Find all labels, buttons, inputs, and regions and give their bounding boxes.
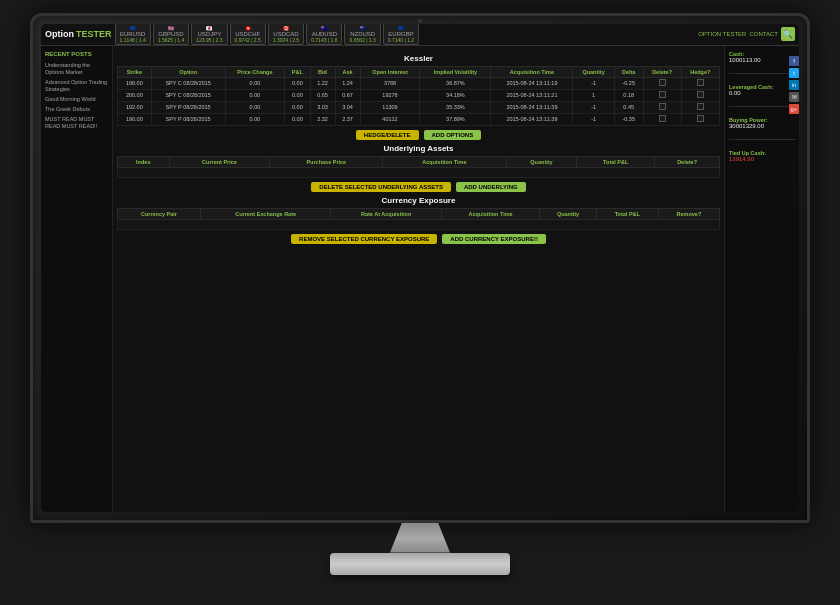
col-delete: Delete?: [643, 66, 681, 77]
twitter-icon[interactable]: t: [789, 68, 799, 78]
currency-empty-row: [118, 219, 720, 229]
col-index: Index: [118, 156, 170, 167]
divider-1: [729, 73, 795, 74]
underlying-buttons: DELETE SELECTED UNDERLYING ASSETS ADD UN…: [117, 182, 720, 192]
delete-checkbox-3[interactable]: [659, 103, 666, 110]
col-implied-vol: Implied Volatility: [420, 66, 491, 77]
tied-cash-section: Tied Up Cash: 13914.90: [729, 150, 795, 162]
delete-checkbox-1[interactable]: [659, 79, 666, 86]
cash-section: Cash: 1000113.00: [729, 51, 795, 63]
nav-tab-audusd[interactable]: 🇦🇺 AUDUSD 0.7143 | 1.6: [306, 24, 342, 46]
col-purchase-price: Purchase Price: [270, 156, 383, 167]
delete-underlying-button[interactable]: DELETE SELECTED UNDERLYING ASSETS: [311, 182, 451, 192]
col-acq-time: Acquisition Time: [491, 66, 573, 77]
logo-area: OptionTESTER: [45, 29, 112, 39]
search-button[interactable]: 🔍: [781, 27, 795, 41]
screen-content: OptionTESTER 🇪🇺 EURUSD 1.1148 | 1.4 🇬🇧 G…: [41, 24, 799, 512]
col-total-pnl-c: Total P&L: [596, 208, 658, 219]
main-layout: RECENT POSTS Understanding the Options M…: [41, 46, 799, 512]
kessler-row-4: 190.00 SPY P 08/28/2015 0.00 0.00 2.32 2…: [118, 113, 720, 125]
monitor-bezel: OptionTESTER 🇪🇺 EURUSD 1.1148 | 1.4 🇬🇧 G…: [30, 13, 810, 523]
google-plus-icon[interactable]: g+: [789, 104, 799, 114]
kessler-title: Kessler: [117, 54, 720, 63]
monitor-screen: OptionTESTER 🇪🇺 EURUSD 1.1148 | 1.4 🇬🇧 G…: [41, 24, 799, 512]
social-icons: f t in ✉ g+: [789, 56, 799, 114]
nav-tab-nzdusd[interactable]: 🇳🇿 NZDUSD 0.6562 | 1.3: [344, 24, 380, 46]
col-rate-acq: Rate At Acquisition: [331, 208, 441, 219]
logo-tester-text: TESTER: [76, 29, 112, 39]
nav-tab-eurgbp[interactable]: 🇪🇺 EURGBP 0.7140 | 1.2: [383, 24, 419, 46]
divider-3: [729, 139, 795, 140]
nav-tab-gbpusd[interactable]: 🇬🇧 GBPUSD 1.5625 | 1.4: [153, 24, 189, 46]
col-current-rate: Current Exchange Rate: [200, 208, 331, 219]
buying-power-section: Buying Power: 30001329.00: [729, 117, 795, 129]
leveraged-value: 0.00: [729, 90, 795, 96]
email-icon[interactable]: ✉: [789, 92, 799, 102]
sidebar-item-4[interactable]: The Greek Debuts: [45, 106, 108, 113]
col-option: Option: [151, 66, 225, 77]
monitor-stand-neck: [390, 523, 450, 553]
col-price-change: Price Change: [225, 66, 284, 77]
col-acq-time-u: Acquisition Time: [383, 156, 507, 167]
delete-checkbox-2[interactable]: [659, 91, 666, 98]
currency-title: Currency Exposure: [117, 196, 720, 205]
nav-tabs-container: 🇪🇺 EURUSD 1.1148 | 1.4 🇬🇧 GBPUSD 1.5625 …: [115, 24, 696, 46]
currency-buttons: REMOVE SELECTED CURRENCY EXPOSURE ADD CU…: [117, 234, 720, 244]
kessler-row-3: 192.00 SPY P 08/28/2015 0.00 0.00 3.03 3…: [118, 101, 720, 113]
hedge-checkbox-3[interactable]: [697, 103, 704, 110]
col-bid: Bid: [310, 66, 335, 77]
monitor-wrapper: OptionTESTER 🇪🇺 EURUSD 1.1148 | 1.4 🇬🇧 G…: [30, 13, 810, 593]
right-panel: Cash: 1000113.00 Leveraged Cash: 0.00 Bu…: [724, 46, 799, 512]
add-currency-button[interactable]: ADD CURRENCY EXPOSURE!!: [442, 234, 546, 244]
nav-option-tester[interactable]: OPTION TESTER: [698, 31, 746, 37]
sidebar-item-2[interactable]: Advanced Option Trading Strategies: [45, 79, 108, 93]
col-qty-c: Quantity: [540, 208, 596, 219]
add-options-button[interactable]: ADD OPTIONS: [424, 130, 482, 140]
linkedin-icon[interactable]: in: [789, 80, 799, 90]
tied-value: 13914.90: [729, 156, 795, 162]
currency-table: Currency Pair Current Exchange Rate Rate…: [117, 208, 720, 230]
col-total-pnl-u: Total P&L: [577, 156, 655, 167]
nav-right: OPTION TESTER CONTACT 🔍: [698, 27, 795, 41]
sidebar: RECENT POSTS Understanding the Options M…: [41, 46, 113, 512]
remove-currency-button[interactable]: REMOVE SELECTED CURRENCY EXPOSURE: [291, 234, 437, 244]
leveraged-section: Leveraged Cash: 0.00: [729, 84, 795, 96]
add-underlying-button[interactable]: ADD UNDERLYING: [456, 182, 526, 192]
col-hedge: Hedge?: [681, 66, 719, 77]
sidebar-item-1[interactable]: Understanding the Options Market: [45, 62, 108, 76]
sidebar-item-5[interactable]: MUST READ MUST READ MUST READ!!: [45, 116, 108, 130]
monitor-stand-base: [330, 553, 510, 575]
delete-checkbox-4[interactable]: [659, 115, 666, 122]
col-open-interest: Open Interest: [360, 66, 420, 77]
col-delta: Delta: [614, 66, 643, 77]
nav-tab-usdchf[interactable]: 🇨🇭 USDCHF 0.9742 | 2.5: [230, 24, 266, 46]
nav-tab-usdcad[interactable]: 🇨🇦 USDCAD 1.3024 | 2.5: [268, 24, 304, 46]
col-remove-c: Remove?: [658, 208, 719, 219]
underlying-title: Underlying Assets: [117, 144, 720, 153]
underlying-empty-row: [118, 167, 720, 177]
top-nav: OptionTESTER 🇪🇺 EURUSD 1.1148 | 1.4 🇬🇧 G…: [41, 24, 799, 46]
divider-2: [729, 106, 795, 107]
col-ask: Ask: [335, 66, 360, 77]
hedge-delete-button[interactable]: HEDGE/DELETE: [356, 130, 419, 140]
col-pnl: P&L: [285, 66, 310, 77]
hedge-checkbox-4[interactable]: [697, 115, 704, 122]
underlying-table: Index Current Price Purchase Price Acqui…: [117, 156, 720, 178]
logo-option-text: Option: [45, 29, 74, 39]
col-delete-u: Delete?: [655, 156, 720, 167]
nav-contact[interactable]: CONTACT: [749, 31, 778, 37]
sidebar-item-3[interactable]: Good Morning World: [45, 96, 108, 103]
hedge-checkbox-1[interactable]: [697, 79, 704, 86]
hedge-checkbox-2[interactable]: [697, 91, 704, 98]
nav-tab-usdjpy[interactable]: 🇯🇵 USDJPY 123.95 | 2.3: [191, 24, 227, 46]
col-qty-u: Quantity: [506, 156, 577, 167]
col-acq-time-c: Acquisition Time: [441, 208, 540, 219]
kessler-buttons: HEDGE/DELETE ADD OPTIONS: [117, 130, 720, 140]
facebook-icon[interactable]: f: [789, 56, 799, 66]
kessler-table: Strike Option Price Change P&L Bid Ask O…: [117, 66, 720, 126]
nav-tab-eurusd[interactable]: 🇪🇺 EURUSD 1.1148 | 1.4: [115, 24, 151, 46]
cash-value: 1000113.00: [729, 57, 795, 63]
col-currency-pair: Currency Pair: [118, 208, 201, 219]
center-content: Kessler Strike Option Price Change P&L B…: [113, 46, 724, 512]
kessler-row-2: 200.00 SPY C 08/28/2015 0.00 0.00 0.65 0…: [118, 89, 720, 101]
